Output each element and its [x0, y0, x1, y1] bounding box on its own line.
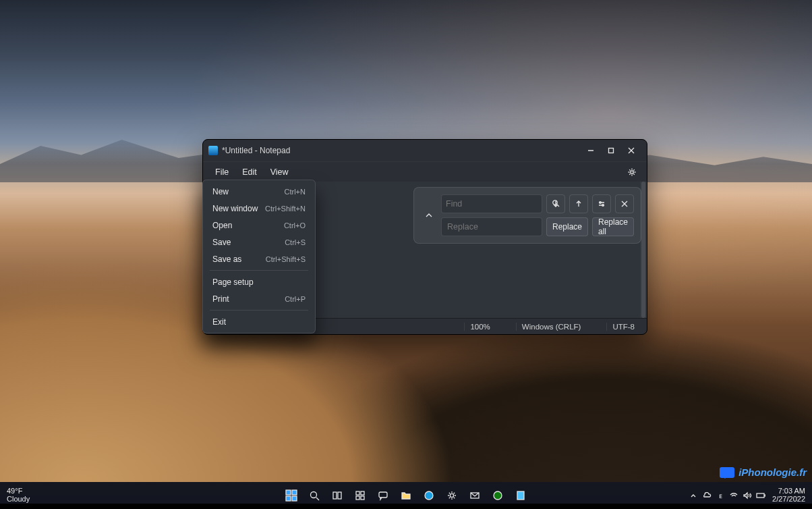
- folder-icon: [401, 490, 411, 501]
- titlebar[interactable]: *Untitled - Notepad: [203, 140, 647, 161]
- scrollbar[interactable]: [640, 182, 647, 318]
- minimize-button[interactable]: [581, 141, 601, 160]
- search-icon: [309, 490, 320, 501]
- replace-input[interactable]: [441, 217, 542, 236]
- taskbar-taskview[interactable]: [328, 486, 347, 505]
- menu-item-label: Save as: [212, 254, 241, 264]
- menu-item-save[interactable]: Save Ctrl+S: [206, 234, 312, 250]
- start-button[interactable]: [282, 486, 301, 505]
- svg-rect-20: [361, 491, 364, 495]
- menu-item-shortcut: Ctrl+Shift+S: [266, 255, 306, 263]
- menu-bar: File Edit View: [203, 161, 647, 182]
- menu-separator: [210, 310, 308, 311]
- edge-icon: [424, 490, 434, 501]
- menu-file[interactable]: File: [208, 165, 235, 180]
- menu-item-exit[interactable]: Exit: [206, 313, 312, 330]
- taskview-icon: [332, 490, 343, 501]
- taskbar-search[interactable]: [305, 486, 324, 505]
- menu-item-label: Print: [212, 294, 229, 304]
- menu-edit[interactable]: Edit: [235, 165, 264, 180]
- menu-item-save-as[interactable]: Save as Ctrl+Shift+S: [206, 250, 312, 267]
- replace-all-button[interactable]: Replace all: [592, 217, 634, 236]
- status-zoom[interactable]: 100%: [464, 323, 495, 331]
- svg-rect-29: [757, 493, 764, 498]
- chat-icon: [378, 490, 388, 501]
- menu-item-label: Page setup: [212, 277, 254, 287]
- replace-button[interactable]: Replace: [546, 217, 588, 236]
- taskbar-center: [282, 486, 530, 505]
- watermark: iPhonologie.fr: [720, 466, 807, 478]
- svg-rect-19: [356, 491, 359, 495]
- svg-point-25: [450, 493, 453, 497]
- svg-rect-13: [286, 496, 291, 501]
- menu-separator: [210, 270, 308, 271]
- replace-field-wrap: [441, 217, 542, 236]
- find-next-button[interactable]: [546, 194, 565, 213]
- menu-item-open[interactable]: Open Ctrl+O: [206, 217, 312, 234]
- find-close-button[interactable]: [615, 194, 634, 213]
- weather-widget[interactable]: 49°F Cloudy: [7, 487, 30, 503]
- gear-icon: [446, 490, 457, 501]
- menu-item-label: Save: [212, 238, 231, 247]
- svg-rect-14: [292, 496, 297, 501]
- mail-icon: [469, 490, 480, 501]
- menu-item-page-setup[interactable]: Page setup: [206, 273, 312, 290]
- menu-item-label: Open: [212, 221, 232, 230]
- taskbar-edge[interactable]: [419, 486, 438, 505]
- taskbar-settings[interactable]: [442, 486, 461, 505]
- svg-rect-21: [356, 496, 359, 500]
- menu-item-shortcut: Ctrl+S: [285, 238, 306, 246]
- status-line-ending[interactable]: Windows (CRLF): [516, 323, 587, 331]
- svg-rect-23: [379, 492, 387, 498]
- svg-rect-17: [333, 492, 337, 499]
- close-button[interactable]: [621, 141, 641, 160]
- scrollbar-thumb[interactable]: [641, 182, 645, 318]
- menu-item-print[interactable]: Print Ctrl+P: [206, 290, 312, 307]
- menu-item-new[interactable]: New Ctrl+N: [206, 183, 312, 200]
- taskbar-xbox[interactable]: [488, 486, 507, 505]
- svg-point-15: [311, 492, 317, 498]
- menu-item-shortcut: Ctrl+N: [285, 188, 306, 196]
- close-icon: [620, 200, 629, 208]
- tray-wifi-icon[interactable]: [729, 491, 738, 500]
- taskbar-notepad[interactable]: [511, 486, 530, 505]
- menu-item-label: Exit: [212, 317, 226, 327]
- gear-icon: [627, 167, 637, 177]
- watermark-icon: [720, 467, 734, 478]
- find-prev-button[interactable]: [569, 194, 588, 213]
- find-options-button[interactable]: [592, 194, 611, 213]
- maximize-button[interactable]: [601, 141, 621, 160]
- find-input[interactable]: [446, 199, 552, 209]
- widgets-icon: [355, 490, 366, 501]
- tray-volume-icon[interactable]: [743, 491, 752, 500]
- tray-chevron-icon[interactable]: [689, 491, 698, 500]
- svg-rect-12: [292, 490, 297, 495]
- watermark-text: iPhonologie.fr: [738, 466, 807, 478]
- xbox-icon: [492, 490, 503, 501]
- tray-battery-icon[interactable]: [756, 491, 765, 500]
- status-encoding[interactable]: UTF-8: [606, 323, 640, 331]
- settings-button[interactable]: [622, 164, 641, 180]
- menu-item-label: New window: [212, 204, 258, 213]
- svg-rect-1: [609, 149, 614, 153]
- taskbar-clock[interactable]: 7:03 AM 2/27/2022: [772, 487, 805, 503]
- arrow-down-icon: [552, 200, 560, 208]
- taskbar-tray: ᴇ 7:03 AM 2/27/2022: [689, 487, 805, 503]
- taskbar-mail[interactable]: [465, 486, 484, 505]
- taskbar-explorer[interactable]: [397, 486, 415, 505]
- tray-language-icon[interactable]: ᴇ: [716, 491, 725, 500]
- collapse-toggle[interactable]: [421, 211, 437, 219]
- chevron-up-icon: [425, 211, 433, 219]
- svg-line-16: [316, 498, 319, 500]
- svg-point-4: [631, 170, 633, 173]
- tray-onedrive-icon[interactable]: [702, 491, 712, 500]
- svg-rect-18: [338, 492, 341, 499]
- menu-item-label: New: [212, 187, 229, 196]
- menu-item-new-window[interactable]: New window Ctrl+Shift+N: [206, 200, 312, 217]
- svg-rect-30: [765, 495, 765, 496]
- menu-view[interactable]: View: [264, 165, 295, 180]
- file-menu-dropdown: New Ctrl+N New window Ctrl+Shift+N Open …: [202, 180, 316, 333]
- taskbar-widgets[interactable]: [351, 486, 370, 505]
- svg-rect-22: [361, 496, 364, 500]
- taskbar-chat[interactable]: [374, 486, 393, 505]
